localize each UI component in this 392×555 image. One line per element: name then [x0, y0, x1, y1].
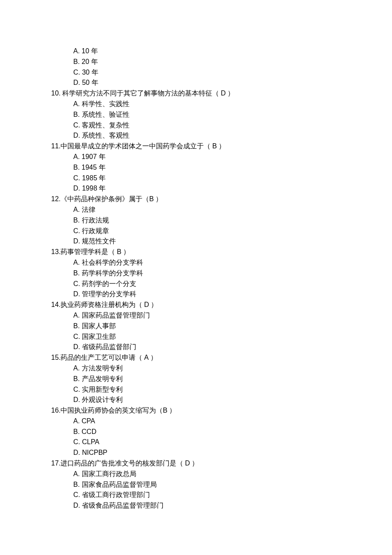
option-label: A. 1907	[73, 153, 99, 160]
question-number: 13.	[51, 248, 61, 255]
list-item: B. CCD	[51, 427, 392, 437]
option-text: 客观性、复杂性	[82, 121, 130, 129]
option-label: D. NICPBP	[73, 449, 107, 456]
question-tail: ）	[169, 407, 176, 414]
question-tail: ）	[190, 460, 199, 467]
option-label: C. CLPA	[73, 438, 99, 445]
option-label: C.	[73, 121, 82, 129]
option-label: A.	[73, 100, 82, 107]
option-text: 国家卫生部	[82, 333, 116, 340]
question-stem: 药事管理学科是（	[61, 248, 117, 255]
question-answer: D	[185, 460, 190, 467]
list-item: A. 国家工商行政总局	[51, 469, 392, 480]
option-label: B. 20	[73, 58, 91, 65]
question-stem: 进口药品的广告批准文号的核发部门是（	[61, 460, 185, 467]
option-text: 规范性文件	[82, 237, 116, 245]
option-label: C. 1985	[73, 174, 99, 182]
question-stem: 中国执业药师协会的英文缩写为（	[61, 407, 163, 414]
question-11: 11.中国最早成立的学术团体之一中国药学会成立于（ B ）	[51, 141, 392, 152]
option-label: A. CPA	[73, 417, 95, 425]
option-label: C.	[73, 491, 82, 498]
question-12: 12.《中药品种保护条例》属于（B ）	[51, 194, 392, 205]
list-item: C. 客观性、复杂性	[51, 120, 392, 131]
list-item: B. 20 年	[51, 57, 392, 67]
option-label: B.	[73, 481, 82, 488]
list-item: C. 实用新型专利	[51, 384, 392, 395]
option-text: 国家人事部	[82, 322, 116, 330]
option-text: 国家药品监督管理部门	[82, 312, 150, 319]
question-tail: ）	[121, 248, 130, 255]
question-tail: ）	[149, 354, 157, 361]
option-text: 省级药品监督部门	[82, 343, 136, 350]
question-number: 14.	[51, 301, 61, 308]
list-item: B. 系统性、验证性	[51, 110, 392, 120]
option-label: B.	[73, 111, 82, 118]
list-item: A. 10 年	[51, 46, 392, 57]
list-item: D. 系统性、客观性	[51, 130, 392, 141]
option-label: D.	[73, 132, 82, 139]
option-label: B. 1945	[73, 164, 99, 171]
list-item: A. 国家药品监督管理部门	[51, 310, 392, 321]
question-tail: ）	[156, 195, 162, 202]
question-16: 16.中国执业药师协会的英文缩写为（B ）	[51, 405, 392, 416]
option-text: 社会科学的分支学科	[82, 259, 143, 266]
option-text: 药剂学的一个分支	[82, 280, 136, 287]
question-14: 14.执业药师资格注册机构为（ D ）	[51, 300, 392, 310]
option-text: 实用新型专利	[82, 386, 123, 393]
question-17: 17.进口药品的广告批准文号的核发部门是（ D ）	[51, 458, 392, 469]
option-label: B.	[73, 375, 82, 382]
question-stem: 中国最早成立的学术团体之一中国药学会成立于（	[61, 142, 212, 150]
question-number: 15.	[51, 354, 61, 361]
option-label: B.	[73, 269, 82, 277]
option-label: A.	[73, 364, 82, 372]
list-item: D. 省级食品药品监督管理部门	[51, 500, 392, 511]
list-item: C. 国家卫生部	[51, 332, 392, 342]
option-label: A.	[73, 259, 82, 266]
question-answer: A	[144, 354, 149, 361]
option-label: D. 50	[73, 79, 92, 86]
list-item: D. 规范性文件	[51, 236, 392, 247]
option-text: 外观设计专利	[82, 396, 123, 403]
option-label: C.	[73, 386, 82, 393]
question-answer: B	[149, 195, 156, 202]
option-label: C.	[73, 333, 82, 340]
question-tail: ）	[217, 142, 225, 150]
option-label: B.	[73, 217, 82, 224]
option-label: D.	[73, 396, 82, 403]
option-text: 行政规章	[82, 227, 109, 234]
question-answer: D	[221, 90, 226, 97]
option-label: A.	[73, 206, 82, 213]
option-text: 省级工商行政管理部门	[82, 491, 150, 498]
option-text: 年	[99, 164, 106, 171]
option-text: 国家食品药品监督管理局	[82, 481, 157, 488]
option-text: 年	[92, 79, 98, 86]
question-number: 10.	[51, 90, 61, 97]
option-text: 系统性、客观性	[82, 132, 130, 139]
question-number: 11.	[51, 142, 61, 150]
option-text: 年	[99, 153, 106, 160]
list-item: A. 科学性、实践性	[51, 99, 392, 110]
option-label: C. 30	[73, 69, 92, 76]
option-label: C.	[73, 280, 82, 287]
question-number: 17.	[51, 460, 61, 467]
option-label: D.	[73, 343, 82, 350]
option-label: A. 10	[73, 47, 91, 55]
list-item: D. 管理学的分支学科	[51, 289, 392, 300]
option-label: C.	[73, 227, 82, 234]
question-answer: B	[117, 248, 121, 255]
list-item: A. 方法发明专利	[51, 363, 392, 374]
option-text: 系统性、验证性	[82, 111, 130, 118]
list-item: A. 1907 年	[51, 152, 392, 162]
option-label: A.	[73, 470, 82, 477]
option-text: 方法发明专利	[82, 364, 123, 372]
list-item: A. 法律	[51, 205, 392, 215]
list-item: B. 药学科学的分支学科	[51, 268, 392, 279]
question-number: 16.	[51, 407, 61, 414]
list-item: C. 1985 年	[51, 173, 392, 184]
question-stem: 科学研究方法不同于其它了解事物方法的基本特征（	[62, 90, 221, 97]
list-item: D. 外观设计专利	[51, 395, 392, 405]
list-item: B. 1945 年	[51, 162, 392, 173]
option-text: 年	[99, 174, 106, 182]
question-tail: ）	[149, 301, 158, 308]
option-text: 法律	[82, 206, 95, 213]
